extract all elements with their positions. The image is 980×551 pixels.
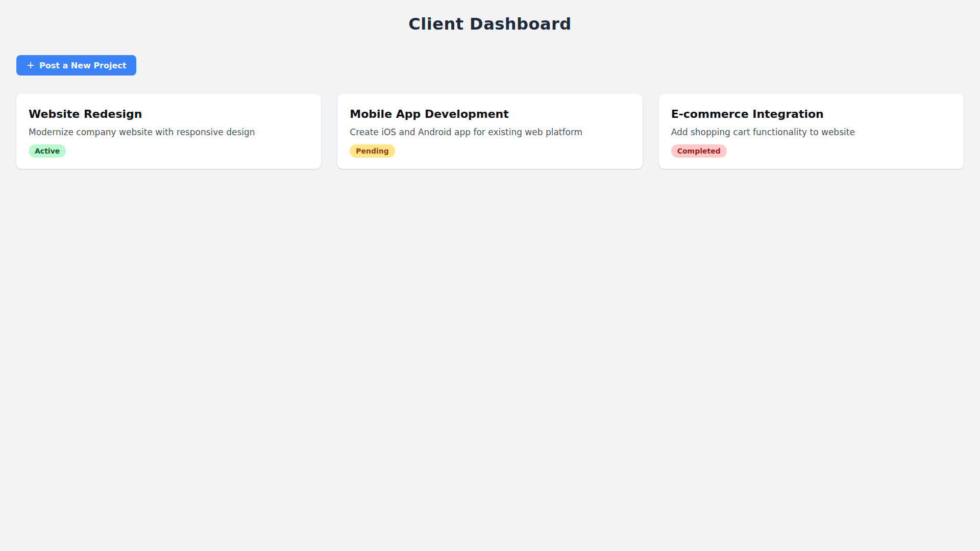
post-new-project-button-label: Post a New Project [39,61,127,70]
status-badge-completed: Completed [671,144,727,158]
project-card-list: Website Redesign Modernize company websi… [16,94,964,169]
client-dashboard-page: Client Dashboard + Post a New Project We… [0,0,980,551]
project-card-title: E-commerce Integration [671,107,951,121]
status-badge-active: Active [29,144,66,158]
page-title: Client Dashboard [16,14,964,34]
plus-icon: + [27,60,35,70]
project-card-title: Website Redesign [29,107,309,121]
project-card-mobile-app-development[interactable]: Mobile App Development Create iOS and An… [337,94,642,169]
toolbar: + Post a New Project [16,55,964,76]
project-card-ecommerce-integration[interactable]: E-commerce Integration Add shopping cart… [659,94,964,169]
project-card-description: Modernize company website with responsiv… [29,126,309,138]
post-new-project-button[interactable]: + Post a New Project [16,55,136,76]
status-badge-pending: Pending [350,144,395,158]
project-card-description: Add shopping cart functionality to websi… [671,126,951,138]
project-card-website-redesign[interactable]: Website Redesign Modernize company websi… [16,94,321,169]
project-card-description: Create iOS and Android app for existing … [350,126,630,138]
project-card-title: Mobile App Development [350,107,630,121]
